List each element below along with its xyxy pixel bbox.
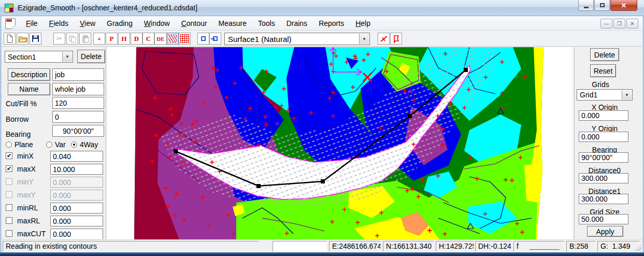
copy-button[interactable] xyxy=(66,33,78,45)
menu-measure[interactable]: Measure xyxy=(213,17,252,30)
x-origin-input[interactable] xyxy=(579,110,628,121)
grid-toggle-button[interactable] xyxy=(179,33,191,45)
section-delete-button[interactable]: Delete xyxy=(77,50,105,63)
c-button[interactable]: C xyxy=(142,33,154,45)
cutfill-label: Cut/Fill % xyxy=(6,99,37,108)
chevron-down-icon[interactable]: ▼ xyxy=(622,90,632,99)
h-button[interactable]: H xyxy=(118,33,130,45)
distance1-input[interactable] xyxy=(579,194,628,204)
maxy-input[interactable] xyxy=(50,190,103,201)
fourway-radio[interactable]: 4Way xyxy=(71,140,98,149)
name-input[interactable] xyxy=(52,83,104,95)
maxx-input[interactable] xyxy=(50,164,103,175)
section-select[interactable]: Section1 ▼ xyxy=(5,51,73,63)
hatch-toggle-button[interactable] xyxy=(167,33,179,45)
zoom-window-button[interactable] xyxy=(197,33,209,45)
maxy-checkbox[interactable]: ✔ xyxy=(6,191,12,198)
menu-reports[interactable]: Reports xyxy=(313,17,350,30)
menu-fields[interactable]: Fields xyxy=(44,17,74,30)
fourway-radio-label: 4Way xyxy=(80,140,98,149)
minx-checkbox[interactable]: ✔ xyxy=(6,152,12,159)
map-canvas[interactable] xyxy=(107,47,573,239)
maxx-label: maxX xyxy=(17,165,36,173)
var-radio[interactable]: Var xyxy=(46,140,66,149)
plane-radio[interactable]: Plane xyxy=(6,140,33,149)
y-origin-input[interactable] xyxy=(579,132,628,142)
menu-contour[interactable]: Contour xyxy=(176,17,213,30)
add-point-button[interactable]: + xyxy=(93,33,105,45)
p-button[interactable]: P xyxy=(106,33,118,45)
apply-button[interactable]: Apply xyxy=(587,226,623,237)
pan-window-button[interactable] xyxy=(209,33,221,45)
grid-select[interactable]: Grid1 ▼ xyxy=(577,89,633,101)
menu-tools[interactable]: Tools xyxy=(252,17,281,30)
minrl-checkbox[interactable]: ✔ xyxy=(6,204,12,211)
save-button[interactable] xyxy=(30,33,41,45)
chevron-down-icon[interactable]: ▼ xyxy=(359,34,369,44)
contour-map[interactable] xyxy=(107,47,573,239)
easting-readout: E:2486166.674 xyxy=(329,241,381,252)
title-bar[interactable]: Ezigrade_Smooth - [oschner_kenter4_reduc… xyxy=(0,0,644,16)
close-button[interactable]: ✕ xyxy=(610,0,637,11)
status-input-box[interactable] xyxy=(273,241,327,252)
menu-drains[interactable]: Drains xyxy=(281,17,313,30)
minx-input[interactable] xyxy=(50,151,103,162)
surface-select-value: Surface1 (Natural) xyxy=(228,35,292,44)
radio-circle-icon xyxy=(6,141,12,148)
surface-select[interactable]: Surface1 (Natural) ▼ xyxy=(224,33,370,45)
height-readout: H:1429.725 xyxy=(436,241,474,252)
distance0-input[interactable] xyxy=(579,173,628,183)
toolbar: ✂ + P H D C DE Surface1 (Natural) ▼ xyxy=(2,31,642,47)
mdi-minimize-button[interactable]: — xyxy=(600,19,612,29)
document-icon[interactable] xyxy=(5,18,16,29)
mdi-restore-button[interactable]: ❐ xyxy=(613,19,625,29)
new-button[interactable] xyxy=(4,33,16,45)
name-button[interactable]: Name xyxy=(8,83,50,95)
toggle-line-button[interactable] xyxy=(378,33,390,45)
app-icon xyxy=(5,4,13,12)
menu-window[interactable]: Window xyxy=(138,17,176,30)
maxrl-row: ✔ maxRL xyxy=(2,216,106,227)
minrl-label: minRL xyxy=(17,204,38,212)
miny-label: minY xyxy=(17,178,34,186)
minimize-button[interactable] xyxy=(578,0,594,11)
miny-row: ✔ minY xyxy=(2,177,106,188)
grid-icon xyxy=(180,34,189,43)
maxrl-checkbox[interactable]: ✔ xyxy=(6,217,12,224)
flag-button[interactable] xyxy=(390,33,402,45)
menu-file[interactable]: File xyxy=(20,17,44,30)
maxcut-checkbox[interactable]: ✔ xyxy=(6,230,12,237)
maximize-button[interactable] xyxy=(594,0,610,11)
maxx-checkbox[interactable]: ✔ xyxy=(6,165,12,172)
cut-button[interactable]: ✂ xyxy=(53,33,65,45)
maxcut-input[interactable] xyxy=(50,229,103,239)
menu-grading[interactable]: Grading xyxy=(101,17,138,30)
maxrl-input[interactable] xyxy=(50,216,103,226)
mdi-close-button[interactable]: ✕ xyxy=(626,19,638,29)
menu-view[interactable]: View xyxy=(74,17,101,30)
miny-input[interactable] xyxy=(50,177,103,188)
chevron-down-icon[interactable]: ▼ xyxy=(62,52,72,62)
menu-help[interactable]: Help xyxy=(350,17,376,30)
bearing-input[interactable] xyxy=(52,125,104,137)
bearing-readout: B:258 xyxy=(566,241,596,252)
paste-button[interactable] xyxy=(79,33,91,45)
status-message: Reading in existing contours xyxy=(3,241,259,252)
description-input[interactable] xyxy=(52,68,104,81)
square-arrow-icon xyxy=(213,36,218,41)
section-panel: Section1 ▼ Delete Description Name Cut/F… xyxy=(2,47,106,239)
cutfill-input[interactable] xyxy=(52,97,104,109)
open-button[interactable] xyxy=(17,33,28,45)
grid-size-input[interactable] xyxy=(579,214,628,224)
grid-delete-button[interactable]: Delete xyxy=(590,48,619,61)
copy-icon xyxy=(68,35,77,43)
grid-reset-button[interactable]: Reset xyxy=(590,64,616,77)
description-button[interactable]: Description xyxy=(8,68,50,81)
de-button[interactable]: DE xyxy=(154,33,167,45)
paste-icon xyxy=(81,35,90,43)
borrow-input[interactable] xyxy=(52,111,104,123)
d-button[interactable]: D xyxy=(131,33,142,45)
grid-bearing-input[interactable] xyxy=(579,152,628,163)
minrl-input[interactable] xyxy=(50,203,103,214)
miny-checkbox[interactable]: ✔ xyxy=(6,178,12,185)
